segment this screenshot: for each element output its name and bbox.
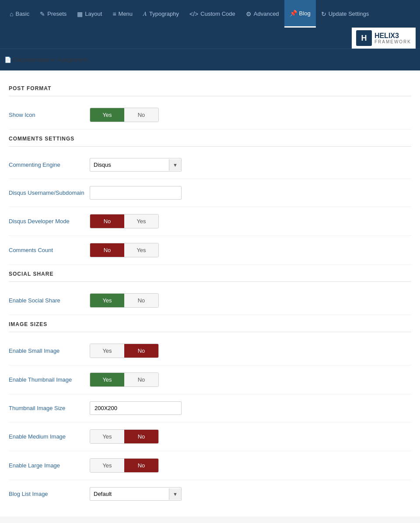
enable-small-image-toggle: Yes No [90,344,159,358]
commenting-engine-control: Disqus Facebook None ▼ [90,158,182,172]
enable-thumbnail-image-row: Enable Thumbnail Image Yes No [9,365,411,394]
blog-list-image-select[interactable]: Default Small Thumbnail Medium Large [90,488,169,500]
enable-thumbnail-image-toggle: Yes No [90,372,159,387]
social-share-title: SOCIAL SHARE [9,265,411,282]
nav-custom-code[interactable]: </> Custom Code [184,1,241,27]
enable-medium-no-button[interactable]: No [124,430,158,443]
logo-symbol: H [356,30,372,46]
blog-list-image-row: Blog List Image Default Small Thumbnail … [9,480,411,508]
show-icon-label: Show Icon [9,112,90,118]
disqus-username-row: Disqus Username/Subdomain [9,179,411,207]
nav-blog[interactable]: 📌 Blog [284,0,316,28]
disqus-developer-mode-row: Disqus Developer Mode No Yes [9,207,411,236]
disqus-developer-mode-label: Disqus Developer Mode [9,218,90,225]
enable-thumbnail-no-button[interactable]: No [124,373,158,386]
documentation-icon: 📄 [4,56,11,63]
logo-name: HELIX3 [374,32,411,40]
presets-icon: ✎ [40,11,45,18]
commenting-engine-arrow: ▼ [169,159,181,171]
layout-icon: ▦ [77,11,83,18]
disqus-developer-mode-control: No Yes [90,214,159,228]
enable-small-image-control: Yes No [90,344,159,358]
enable-thumbnail-image-label: Enable Thumbnail Image [9,376,90,383]
enable-small-image-no-button[interactable]: No [124,344,158,358]
commenting-engine-select[interactable]: Disqus Facebook None [90,158,169,171]
main-content: POST FORMAT Show Icon Yes No COMMENTS SE… [0,70,420,516]
home-icon: ⌂ [10,11,13,18]
image-sizes-title: IMAGE SIZES [9,315,411,332]
blog-list-image-select-wrapper: Default Small Thumbnail Medium Large ▼ [90,487,182,501]
enable-large-image-row: Enable Large Image Yes No [9,451,411,480]
commenting-engine-select-wrapper: Disqus Facebook None ▼ [90,158,182,172]
enable-small-image-row: Enable Small Image Yes No [9,337,411,365]
enable-medium-image-label: Enable Medium Image [9,433,90,440]
nav-advanced[interactable]: ⚙ Advanced [241,1,284,27]
enable-small-image-label: Enable Small Image [9,347,90,354]
enable-large-no-button[interactable]: No [124,459,158,472]
second-navigation: 📄 Documentation ✔ Assignment [0,49,420,70]
advanced-icon: ⚙ [246,11,252,18]
nav-typography[interactable]: 𝐴 Typography [138,0,184,27]
update-icon: ↻ [321,11,326,18]
enable-medium-image-control: Yes No [90,429,159,444]
nav-update-settings[interactable]: ↻ Update Settings [316,1,374,27]
enable-thumbnail-yes-button[interactable]: Yes [90,373,124,386]
enable-large-yes-button[interactable]: Yes [90,459,124,472]
blog-list-image-control: Default Small Thumbnail Medium Large ▼ [90,487,182,501]
thumbnail-image-size-input[interactable] [90,401,182,415]
comments-count-control: No Yes [90,243,159,257]
comments-settings-title: COMMENTS SETTINGS [9,130,411,147]
show-icon-yes-button[interactable]: Yes [90,108,124,122]
enable-social-share-no-button[interactable]: No [124,294,158,307]
enable-social-share-control: Yes No [90,293,159,308]
disqus-username-input[interactable] [90,186,182,200]
enable-medium-image-row: Enable Medium Image Yes No [9,422,411,451]
enable-social-share-toggle: Yes No [90,293,159,308]
enable-social-share-yes-button[interactable]: Yes [90,294,124,307]
menu-icon: ≡ [112,11,116,18]
logo-tagline: FRAMEWORK [374,39,411,44]
disqus-developer-no-button[interactable]: No [90,214,124,228]
comments-count-yes-button[interactable]: Yes [124,243,158,257]
commenting-engine-row: Commenting Engine Disqus Facebook None ▼ [9,151,411,179]
comments-count-label: Comments Count [9,247,90,253]
enable-social-share-label: Enable Social Share [9,297,90,304]
disqus-username-control [90,186,182,200]
nav-assignment[interactable]: ✔ Assignment [51,56,87,63]
nav-basic[interactable]: ⌂ Basic [4,1,35,27]
enable-thumbnail-image-control: Yes No [90,372,159,387]
enable-social-share-row: Enable Social Share Yes No [9,286,411,315]
disqus-developer-mode-toggle: No Yes [90,214,159,228]
enable-medium-image-toggle: Yes No [90,429,159,444]
thumbnail-image-size-control [90,401,182,415]
commenting-engine-label: Commenting Engine [9,161,90,168]
enable-small-image-yes-button[interactable]: Yes [90,344,124,358]
disqus-username-label: Disqus Username/Subdomain [9,190,90,196]
show-icon-toggle: Yes No [90,108,159,122]
top-navigation: ⌂ Basic ✎ Presets ▦ Layout ≡ Menu 𝐴 Typo… [0,0,420,49]
code-icon: </> [189,11,198,18]
thumbnail-image-size-label: Thumbnail Image Size [9,405,90,411]
show-icon-row: Show Icon Yes No [9,101,411,130]
post-format-title: POST FORMAT [9,79,411,96]
assignment-icon: ✔ [51,56,56,63]
enable-medium-yes-button[interactable]: Yes [90,430,124,443]
show-icon-no-button[interactable]: No [124,108,158,122]
comments-count-no-button[interactable]: No [90,243,124,257]
enable-large-image-label: Enable Large Image [9,462,90,469]
enable-large-image-toggle: Yes No [90,458,159,473]
nav-menu[interactable]: ≡ Menu [107,1,138,27]
thumbnail-image-size-row: Thumbnail Image Size [9,394,411,422]
show-icon-control: Yes No [90,108,159,122]
disqus-developer-yes-button[interactable]: Yes [124,214,158,228]
nav-layout[interactable]: ▦ Layout [72,1,107,27]
nav-presets[interactable]: ✎ Presets [35,1,72,27]
blog-icon: 📌 [290,10,297,17]
nav-documentation[interactable]: 📄 Documentation [4,56,51,63]
blog-list-image-arrow: ▼ [169,488,181,500]
comments-count-toggle: No Yes [90,243,159,257]
comments-count-row: Comments Count No Yes [9,236,411,265]
blog-list-image-label: Blog List Image [9,491,90,497]
helix-logo: H HELIX3 FRAMEWORK [352,28,416,49]
enable-large-image-control: Yes No [90,458,159,473]
